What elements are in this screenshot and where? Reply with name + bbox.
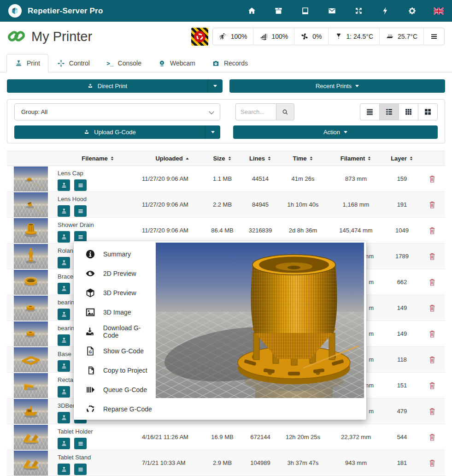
menu-item-reparse-g-code[interactable]: Reparse G-Code (74, 399, 156, 419)
emergency-stop-button[interactable] (191, 28, 208, 46)
topbar-icon-nav (247, 6, 444, 16)
uk-flag-icon[interactable] (434, 6, 444, 16)
delete-file-button[interactable] (429, 407, 436, 416)
column-header-lines[interactable]: Lines (242, 155, 279, 162)
tab-print[interactable]: Print (6, 54, 48, 72)
bracket-model-thumbnail[interactable] (14, 425, 48, 450)
lens-cap-model-thumbnail[interactable] (14, 167, 48, 191)
tab-console[interactable]: >_Console (99, 54, 149, 72)
menu-item-copy-to-project[interactable]: Copy to Project (74, 361, 156, 380)
extruder-status[interactable]: 1: 24.5°C (328, 28, 380, 45)
upload-gcode-caret[interactable] (205, 125, 220, 139)
bolt-icon[interactable] (380, 6, 390, 16)
print-file-button[interactable] (58, 464, 70, 475)
printer-menu-button[interactable] (423, 28, 444, 45)
bracket-model-thumbnail[interactable] (14, 451, 48, 476)
column-header-time[interactable]: Time (279, 155, 327, 162)
file-menu-button[interactable] (74, 438, 87, 449)
gear-icon[interactable] (407, 6, 417, 16)
speed-status[interactable]: 100% (213, 28, 253, 45)
hamburger-icon (77, 466, 84, 473)
delete-file-button[interactable] (429, 433, 436, 441)
delete-file-button[interactable] (429, 175, 436, 183)
shower-drain-model-thumbnail[interactable] (14, 218, 48, 243)
upload-gcode-button[interactable]: Upload G-Code (14, 125, 220, 139)
print-file-button[interactable] (58, 257, 70, 268)
bearing-model-thumbnail[interactable] (14, 296, 48, 321)
delete-file-button[interactable] (429, 226, 436, 235)
column-header-uploaded[interactable]: Uploaded (138, 155, 203, 162)
group-filter-select[interactable]: Group: All (14, 103, 220, 120)
print-file-button[interactable] (58, 231, 70, 243)
tab-webcam[interactable]: Webcam (150, 54, 203, 72)
filament-value: 943 mm (327, 450, 385, 476)
delete-file-button[interactable] (429, 304, 436, 312)
corner-model-thumbnail[interactable] (14, 373, 48, 398)
flow-status[interactable]: 100% (253, 28, 294, 45)
action-button[interactable]: Action (233, 125, 438, 139)
delete-file-button[interactable] (429, 252, 436, 261)
tab-records[interactable]: Records (204, 54, 256, 72)
print-file-button[interactable] (58, 386, 70, 398)
size-value: 2.2 MB (203, 192, 242, 217)
delete-file-button[interactable] (429, 278, 436, 286)
delete-file-button[interactable] (429, 459, 436, 467)
fan-status[interactable]: 0% (294, 28, 328, 45)
print-file-button[interactable] (58, 205, 70, 217)
column-header-filament[interactable]: Filament (327, 155, 385, 162)
print-file-button[interactable] (58, 179, 70, 191)
menu-item-download-g-code[interactable]: Download G-Code (74, 322, 156, 341)
thumbnail-cell (7, 321, 48, 346)
file-menu-button[interactable] (74, 205, 87, 217)
search-button[interactable] (276, 103, 294, 120)
column-header-size[interactable]: Size (203, 155, 242, 162)
tab-control[interactable]: Control (49, 54, 98, 72)
print-file-button[interactable] (58, 412, 70, 423)
mail-icon[interactable] (327, 6, 337, 16)
fullscreen-icon[interactable] (353, 6, 364, 16)
thumbnail-cell (7, 269, 48, 295)
delete-file-button[interactable] (429, 201, 436, 209)
menu-item-3d-preview[interactable]: 3D Preview (74, 283, 156, 303)
print-file-button[interactable] (58, 334, 70, 346)
menu-item-summary[interactable]: Summary (74, 244, 156, 264)
menu-item-2d-preview[interactable]: 2D Preview (74, 264, 156, 283)
lens-hood-model-thumbnail[interactable] (14, 192, 48, 217)
file-menu-button[interactable] (74, 464, 87, 475)
file-menu-button[interactable] (74, 179, 87, 191)
menu-item-queue-g-code[interactable]: Queue G-Code (74, 380, 156, 399)
display-icon[interactable] (300, 6, 310, 16)
brand[interactable]: Repetier-Server Pro (8, 4, 103, 18)
frame-model-thumbnail[interactable] (14, 347, 48, 372)
menu-item-3d-image[interactable]: 3D Image (74, 303, 156, 322)
header-label: Size (213, 155, 225, 162)
direct-print-button[interactable]: Direct Print (7, 79, 223, 93)
view-mode-grid-small[interactable] (399, 103, 418, 120)
view-mode-list-detail[interactable] (379, 103, 399, 120)
delete-cell (419, 424, 445, 450)
search-input[interactable] (235, 103, 276, 120)
print-file-button[interactable] (58, 438, 70, 449)
home-icon[interactable] (247, 6, 257, 16)
figurine-model-thumbnail[interactable] (14, 244, 48, 269)
delete-file-button[interactable] (429, 356, 436, 364)
view-mode-rows[interactable] (360, 103, 380, 120)
print-file-button[interactable] (58, 360, 70, 372)
benchy-model-thumbnail[interactable] (14, 399, 48, 424)
column-header-layer[interactable]: Layer (385, 155, 419, 162)
column-header-filename[interactable]: Filename (48, 155, 138, 162)
print-file-button[interactable] (58, 309, 70, 320)
print-file-button[interactable] (58, 283, 70, 294)
header-label: Lines (249, 155, 265, 162)
delete-file-button[interactable] (429, 381, 436, 390)
recent-prints-button[interactable]: Recent Prints (229, 79, 445, 93)
printer-box-icon[interactable] (273, 6, 283, 16)
bed-status[interactable]: 25.7°C (379, 28, 423, 45)
delete-cell (419, 218, 445, 243)
bearing-model-thumbnail[interactable] (14, 321, 48, 346)
delete-file-button[interactable] (429, 330, 436, 338)
view-mode-grid-large[interactable] (418, 103, 438, 120)
direct-print-caret[interactable] (207, 79, 223, 93)
bracelet-model-thumbnail[interactable] (14, 270, 48, 295)
menu-item-show-g-code[interactable]: GShow G-Code (74, 341, 156, 361)
